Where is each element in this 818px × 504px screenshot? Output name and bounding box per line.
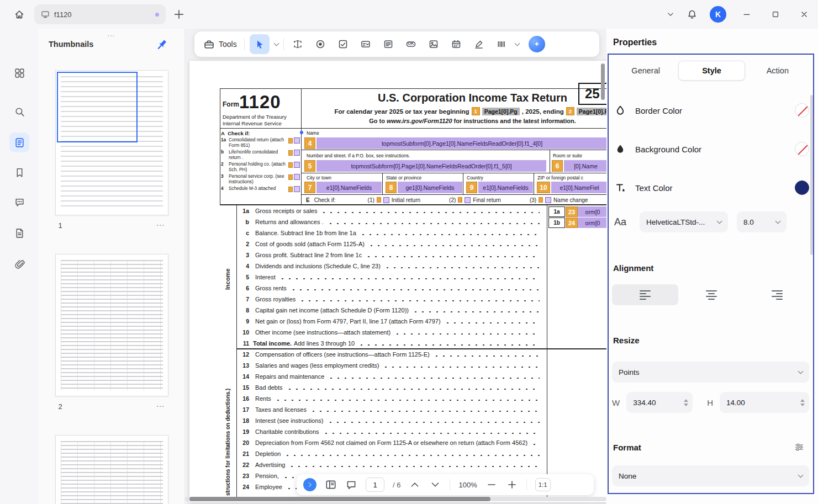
font-size-dropdown[interactable]: 8.0 [737,211,787,232]
state-field[interactable]: ge1[0].NameFields [398,182,462,193]
minimize-button[interactable] [738,6,755,23]
form-checkbox[interactable] [294,150,300,156]
maximize-button[interactable] [767,6,784,23]
search-button[interactable] [9,102,29,121]
align-left-button[interactable] [612,284,678,305]
thumbnails-panel-button[interactable] [9,132,29,152]
form-field-name[interactable]: Page1[0].Pg [482,108,520,115]
image-field-tool[interactable] [425,35,442,53]
name-field[interactable]: topmostSubform[0].Page1[0].NameFieldsRea… [316,137,606,149]
width-input-box[interactable] [626,392,693,413]
search-icon [14,106,25,118]
bookmarks-button[interactable] [9,162,29,182]
combo-box-tool[interactable] [357,35,374,53]
zip-field[interactable]: e1[0].NameFiel [551,182,606,193]
width-stepper[interactable] [684,399,688,406]
resize-unit-dropdown[interactable]: Points [612,362,809,383]
select-tool[interactable] [250,34,270,54]
height-input[interactable] [726,399,800,407]
attachments-button[interactable] [9,253,29,273]
page-thumbnail[interactable] [55,70,168,215]
form-checkbox[interactable] [545,197,551,203]
viewport-indicator[interactable] [57,72,138,142]
form-checkbox[interactable] [294,137,300,144]
amount-field[interactable]: orm[0 [578,217,606,228]
document-info-button[interactable] [9,223,29,243]
new-tab-button[interactable] [172,8,186,21]
properties-scrollbar[interactable] [810,95,813,255]
comments-button[interactable] [9,192,29,212]
radio-button-tool[interactable] [312,35,329,53]
avatar[interactable]: K [710,6,726,23]
street-field[interactable]: topmostSubform[0].Page1[0].NameFieldsRea… [316,160,546,172]
dotted-leader [299,300,540,302]
room-field[interactable]: [0].Name [564,160,606,172]
page-thumbnail[interactable] [55,254,168,396]
zoom-in-icon[interactable] [506,479,518,491]
form-checkbox[interactable] [294,162,300,168]
zoom-out-icon[interactable] [485,479,498,491]
border-color-swatch[interactable] [795,103,809,118]
tab-order-badge: 5 [304,160,315,172]
select-tool-chevron[interactable] [273,41,279,46]
properties-tab[interactable]: General [613,61,678,81]
properties-tab[interactable]: Action [745,61,810,81]
properties-panel: Properties General Style Action Border C… [606,29,818,504]
comment-mode-icon[interactable] [345,479,357,491]
form-field-name[interactable]: Page1[0].P [577,108,606,115]
font-family-dropdown[interactable]: HelveticaLTStd-... [640,211,728,232]
page-panel-icon[interactable] [325,479,337,491]
push-button-tool[interactable]: OK [402,35,420,53]
barcode-field-tool[interactable] [493,35,510,53]
thumbnail-more-button[interactable]: ⋯ [156,401,165,411]
ai-assistant-button[interactable] [529,36,545,52]
pin-panel-button[interactable] [155,38,169,52]
width-input[interactable] [633,399,684,407]
tab-order-badge [288,162,293,168]
page-number-input[interactable] [366,478,384,492]
divider [526,479,527,490]
document-tab[interactable]: f1120 [34,4,166,24]
background-color-swatch[interactable] [795,142,809,156]
tools-button[interactable]: Tools [201,39,239,50]
previous-page-icon[interactable] [409,479,421,491]
height-input-box[interactable] [720,392,809,413]
country-field[interactable]: e1[0].NameFields [478,182,533,193]
dotted-leader [368,245,540,247]
amount-field[interactable]: orm[0 [578,206,606,217]
tab-order-badge: 8 [386,182,397,193]
city-field[interactable]: e1[0].NameFields [316,182,382,193]
list-box-tool[interactable] [379,35,397,53]
zoom-level-label[interactable]: 100% [458,481,477,489]
page-thumbnail[interactable] [55,435,168,504]
next-page-icon[interactable] [429,479,441,491]
form-checkbox[interactable] [294,174,300,180]
vertical-scrollbar[interactable] [601,63,605,100]
height-stepper[interactable] [800,399,805,406]
checkbox-tool[interactable] [334,35,352,53]
form-line: 19 Charitable contributions [236,426,606,437]
align-right-button[interactable] [744,284,810,305]
actual-size-button[interactable]: 1:1 [535,478,551,491]
form-checkbox[interactable] [383,197,389,203]
text-color-swatch[interactable] [795,181,809,195]
form-checkbox[interactable] [465,197,471,203]
format-dropdown[interactable]: None [612,465,809,486]
close-button[interactable] [796,6,812,23]
chevron-down-icon[interactable] [667,10,674,18]
thumbnail-more-button[interactable]: ⋯ [156,220,165,230]
signature-field-tool[interactable] [470,35,488,53]
home-button[interactable] [9,4,30,24]
properties-tab[interactable]: Style [678,61,745,81]
text-field-tool[interactable] [289,35,307,53]
notifications-bell-icon[interactable] [687,9,698,20]
expand-button[interactable] [303,478,316,491]
align-center-button[interactable] [678,284,745,305]
scrollbar-thumb[interactable] [189,497,490,501]
horizontal-scrollbar[interactable] [185,497,606,501]
format-settings-icon[interactable] [794,442,805,453]
barcode-tool-chevron[interactable] [514,41,520,46]
form-checkbox[interactable] [294,186,300,192]
apps-grid-button[interactable] [9,63,29,83]
date-field-tool[interactable] [447,35,465,53]
